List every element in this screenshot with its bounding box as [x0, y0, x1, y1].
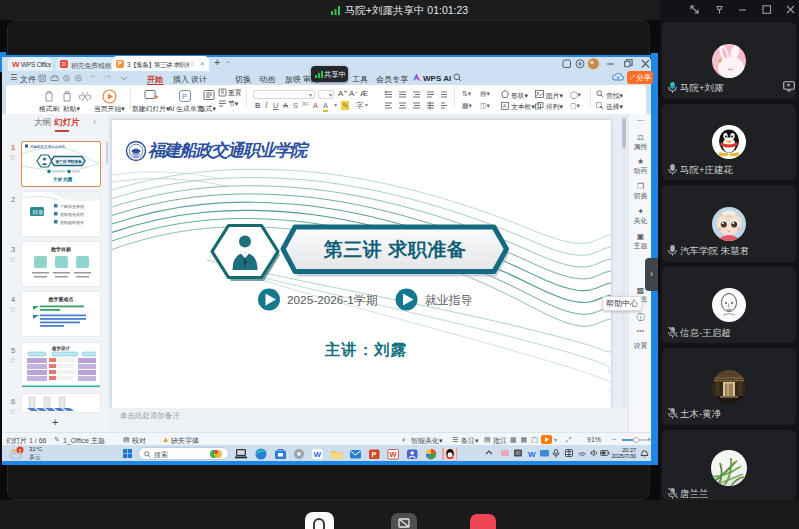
svg-text:了解就业形势: 了解就业形势 [60, 204, 84, 209]
svg-text:P: P [182, 92, 187, 99]
svg-text:教学重难点: 教学重难点 [48, 296, 74, 303]
svg-text:求职材料准备: 求职材料准备 [59, 220, 84, 226]
svg-text:主讲 刘露: 主讲 刘露 [52, 176, 73, 183]
svg-text:W: W [390, 450, 398, 459]
svg-text:目录: 目录 [33, 209, 45, 216]
svg-text:第三讲 求职准备: 第三讲 求职准备 [55, 159, 82, 164]
svg-text:主讲：刘露: 主讲：刘露 [324, 341, 408, 358]
svg-text:就业指导: 就业指导 [425, 293, 472, 307]
svg-text:教学目标: 教学目标 [50, 246, 71, 253]
svg-text:W: W [528, 450, 536, 459]
svg-text:第三讲 求职准备: 第三讲 求职准备 [323, 239, 467, 260]
svg-text:求职准备内容: 求职准备内容 [59, 212, 84, 217]
svg-text:教学设计: 教学设计 [51, 345, 71, 352]
svg-text:福建船政交通职业学院: 福建船政交通职业学院 [30, 144, 66, 149]
svg-text:2025-2026-1学期: 2025-2026-1学期 [287, 293, 378, 307]
svg-text:A: A [503, 103, 507, 109]
svg-text:W: W [314, 450, 322, 459]
svg-text:福建船政交通职业学院: 福建船政交通职业学院 [148, 141, 310, 160]
svg-text:3: 3 [19, 448, 22, 454]
svg-text:P: P [372, 451, 377, 458]
